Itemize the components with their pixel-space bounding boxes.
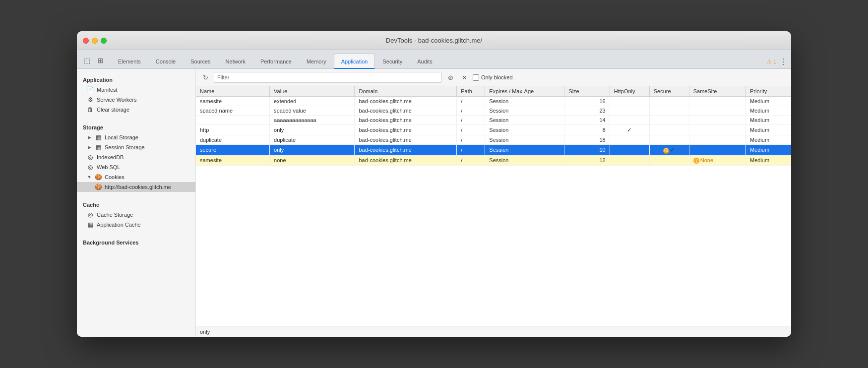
refresh-button[interactable]: ↻ xyxy=(200,72,211,83)
sidebar-section-storage: Storage xyxy=(77,121,195,132)
maximize-button[interactable] xyxy=(101,38,107,44)
tab-sources[interactable]: Sources xyxy=(183,54,218,68)
cell-samesite xyxy=(689,125,745,135)
cell-name: duplicate xyxy=(196,135,270,145)
sidebar-item-service-workers[interactable]: ⚙ Service Workers xyxy=(77,95,195,105)
col-header-samesite[interactable]: SameSite xyxy=(689,86,745,97)
service-workers-label: Service Workers xyxy=(97,97,136,103)
tab-application[interactable]: Application xyxy=(334,54,375,68)
cell-value: spaced value xyxy=(270,106,355,116)
application-cache-label: Application Cache xyxy=(97,222,141,228)
session-storage-label: Session Storage xyxy=(105,144,145,150)
content-area: Application 📄 Manifest ⚙ Service Workers… xyxy=(77,69,791,337)
sidebar-item-application-cache[interactable]: ▦ Application Cache xyxy=(77,220,195,230)
cell-priority: Medium xyxy=(746,155,791,166)
sidebar: Application 📄 Manifest ⚙ Service Workers… xyxy=(77,69,196,337)
sidebar-section-background: Background Services xyxy=(77,236,195,247)
manifest-label: Manifest xyxy=(97,87,118,93)
sidebar-item-cookie-url[interactable]: 🍪 http://bad-cookies.glitch.me xyxy=(77,182,195,192)
cell-path: / xyxy=(457,155,485,166)
clear-storage-label: Clear storage xyxy=(97,107,129,113)
tab-console[interactable]: Console xyxy=(148,54,183,68)
col-header-value[interactable]: Value xyxy=(270,86,355,97)
indexeddb-label: IndexedDB xyxy=(97,154,124,160)
cell-secure xyxy=(649,116,689,125)
tab-right-actions: ⚠ 1 ⋮ xyxy=(767,57,787,68)
cell-secure xyxy=(649,155,689,166)
tab-performance[interactable]: Performance xyxy=(253,54,299,68)
cell-name: spaced name xyxy=(196,106,270,116)
col-header-priority[interactable]: Priority xyxy=(746,86,791,97)
cell-priority: Medium xyxy=(746,106,791,116)
cookies-table: Name Value Domain Path Expires / Max-Age… xyxy=(196,86,791,166)
cell-domain: bad-cookies.glitch.me xyxy=(355,106,457,116)
table-row[interactable]: secureonlybad-cookies.glitch.me/Session1… xyxy=(196,145,791,156)
cell-priority: Medium xyxy=(746,125,791,135)
sidebar-item-session-storage[interactable]: ▶ ▦ Session Storage xyxy=(77,142,195,152)
web-sql-label: Web SQL xyxy=(97,164,121,170)
cell-expires: Session xyxy=(485,125,564,135)
sidebar-item-cache-storage[interactable]: ◎ Cache Storage xyxy=(77,210,195,220)
col-header-path[interactable]: Path xyxy=(457,86,485,97)
tab-elements[interactable]: Elements xyxy=(111,54,148,68)
cell-expires: Session xyxy=(485,97,564,106)
cell-secure xyxy=(649,125,689,135)
cell-samesite xyxy=(689,135,745,145)
cell-expires: Session xyxy=(485,155,564,166)
sidebar-item-web-sql[interactable]: ◎ Web SQL xyxy=(77,162,195,172)
sidebar-item-local-storage[interactable]: ▶ ▦ Local Storage xyxy=(77,132,195,142)
table-row[interactable]: samesiteextendedbad-cookies.glitch.me/Se… xyxy=(196,97,791,106)
table-header-row: Name Value Domain Path Expires / Max-Age… xyxy=(196,86,791,97)
table-row[interactable]: httponlybad-cookies.glitch.me/Session8✓M… xyxy=(196,125,791,135)
sidebar-item-indexeddb[interactable]: ◎ IndexedDB xyxy=(77,152,195,162)
only-blocked-checkbox-label[interactable]: Only blocked xyxy=(473,74,513,81)
close-button[interactable] xyxy=(83,38,89,44)
indexeddb-icon: ◎ xyxy=(87,154,94,161)
cell-path: / xyxy=(457,116,485,125)
filter-input[interactable] xyxy=(214,72,442,83)
web-sql-icon: ◎ xyxy=(87,164,94,171)
table-row[interactable]: duplicateduplicatebad-cookies.glitch.me/… xyxy=(196,135,791,145)
sidebar-item-clear-storage[interactable]: 🗑 Clear storage xyxy=(77,105,195,115)
cell-path: / xyxy=(457,135,485,145)
only-blocked-checkbox[interactable] xyxy=(473,74,479,81)
no-entry-icon[interactable]: ⊘ xyxy=(445,72,456,83)
service-workers-icon: ⚙ xyxy=(87,96,94,103)
cell-name: samesite xyxy=(196,97,270,106)
table-row[interactable]: samesitenonebad-cookies.glitch.me/Sessio… xyxy=(196,155,791,166)
col-header-domain[interactable]: Domain xyxy=(355,86,457,97)
tab-audits[interactable]: Audits xyxy=(410,54,440,68)
tab-network[interactable]: Network xyxy=(218,54,253,68)
traffic-lights xyxy=(83,38,107,44)
tab-security[interactable]: Security xyxy=(375,54,410,68)
sidebar-item-manifest[interactable]: 📄 Manifest xyxy=(77,85,195,95)
expand-cookies-icon: ▼ xyxy=(87,175,92,180)
minimize-button[interactable] xyxy=(92,38,98,44)
cell-expires: Session xyxy=(485,145,564,156)
cell-secure: ⓘ✓ xyxy=(649,145,689,156)
sidebar-item-cookies[interactable]: ▼ 🍪 Cookies xyxy=(77,172,195,182)
warning-icon: ⚠ xyxy=(767,59,772,65)
cell-secure xyxy=(649,97,689,106)
bottom-value: only xyxy=(200,329,210,335)
cell-value: only xyxy=(270,125,355,135)
warning-badge[interactable]: ⚠ 1 xyxy=(767,59,776,65)
cell-size: 23 xyxy=(564,106,610,116)
tab-memory[interactable]: Memory xyxy=(299,54,334,68)
col-header-secure[interactable]: Secure xyxy=(649,86,689,97)
table-row[interactable]: aaaaaaaaaaaaaabad-cookies.glitch.me/Sess… xyxy=(196,116,791,125)
table-row[interactable]: spaced namespaced valuebad-cookies.glitc… xyxy=(196,106,791,116)
cell-expires: Session xyxy=(485,135,564,145)
col-header-size[interactable]: Size xyxy=(564,86,610,97)
cell-httponly xyxy=(610,135,649,145)
session-storage-icon: ▦ xyxy=(95,144,102,151)
clear-button[interactable]: ✕ xyxy=(459,72,470,83)
only-blocked-text: Only blocked xyxy=(481,74,513,80)
col-header-name[interactable]: Name xyxy=(196,86,270,97)
col-header-expires[interactable]: Expires / Max-Age xyxy=(485,86,564,97)
col-header-httponly[interactable]: HttpOnly xyxy=(610,86,649,97)
cursor-icon[interactable]: ⬚ xyxy=(81,55,93,66)
cell-size: 10 xyxy=(564,145,610,156)
layers-icon[interactable]: ⊞ xyxy=(95,55,107,66)
more-menu-button[interactable]: ⋮ xyxy=(779,57,787,66)
